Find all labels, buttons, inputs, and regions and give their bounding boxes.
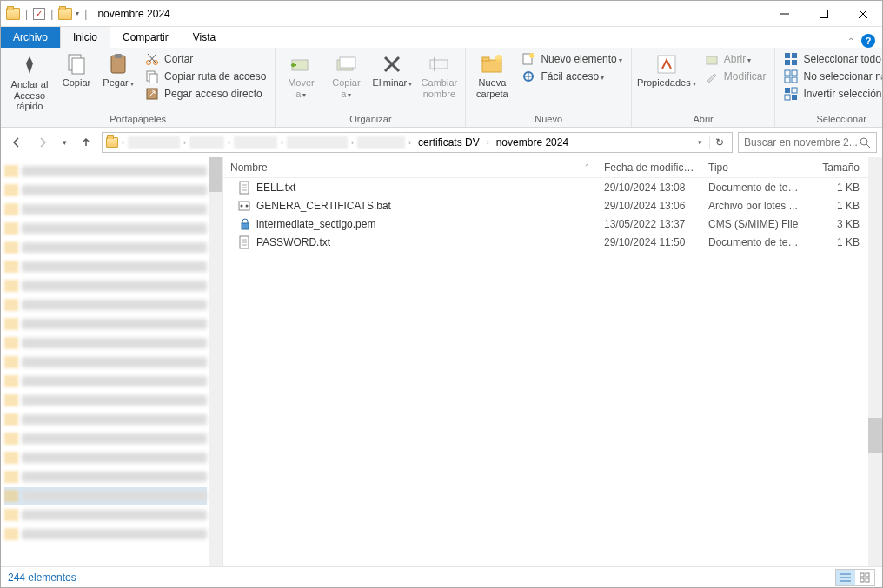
- paste-button[interactable]: Pegar: [100, 50, 136, 89]
- group-label: Nuevo: [471, 112, 625, 127]
- svg-rect-14: [149, 74, 157, 83]
- delete-button[interactable]: Eliminar: [371, 50, 413, 89]
- copy-button[interactable]: Copiar: [58, 50, 95, 89]
- breadcrumb-hidden[interactable]: [357, 136, 405, 149]
- svg-line-11: [149, 54, 156, 63]
- breadcrumb-hidden[interactable]: [128, 136, 180, 149]
- recent-dropdown[interactable]: ▾: [58, 132, 70, 153]
- column-headers: Nombre⌃ Fecha de modifica... Tipo Tamaño: [223, 157, 882, 178]
- item-count: 244 elementos: [8, 571, 76, 584]
- qat-dropdown-icon[interactable]: ▾: [76, 10, 79, 17]
- up-button[interactable]: [76, 132, 96, 153]
- search-placeholder: Buscar en novembre 2...: [744, 136, 858, 149]
- menu-bar: Archivo Inicio Compartir Vista ⌃ ?: [1, 27, 882, 48]
- col-date[interactable]: Fecha de modifica...: [597, 162, 701, 174]
- invert-selection-button[interactable]: Invertir selección: [780, 86, 883, 102]
- breadcrumb-hidden[interactable]: [234, 136, 277, 149]
- svg-rect-37: [785, 70, 790, 76]
- file-list: Nombre⌃ Fecha de modifica... Tipo Tamaño…: [223, 157, 882, 566]
- file-row[interactable]: PASSWORD.txt29/10/2024 11:50Documento de…: [223, 233, 866, 251]
- file-type: Archivo por lotes ...: [701, 200, 806, 212]
- file-size: 1 KB: [806, 182, 866, 194]
- sort-indicator: ⌃: [584, 163, 590, 171]
- collapse-ribbon-icon[interactable]: ⌃: [847, 36, 854, 46]
- files-scrollbar[interactable]: [868, 157, 882, 566]
- refresh-button[interactable]: ↻: [709, 136, 728, 149]
- tab-home[interactable]: Inicio: [60, 26, 110, 48]
- back-button[interactable]: [6, 132, 27, 153]
- edit-button[interactable]: Modificar: [701, 69, 770, 84]
- svg-rect-34: [792, 53, 797, 58]
- close-button[interactable]: [843, 2, 882, 26]
- svg-point-25: [495, 55, 502, 62]
- breadcrumb-segment[interactable]: novembre 2024: [493, 136, 572, 149]
- breadcrumb-hidden[interactable]: [189, 136, 224, 149]
- svg-point-45: [860, 138, 867, 145]
- view-toggle[interactable]: [835, 569, 875, 586]
- address-bar[interactable]: › › › › › › certificats DV› novembre 202…: [102, 132, 733, 153]
- maximize-button[interactable]: [804, 2, 843, 26]
- file-name: GENERA_CERTIFICATS.bat: [256, 200, 391, 212]
- details-view-icon[interactable]: [836, 570, 855, 585]
- svg-rect-8: [115, 54, 122, 58]
- file-date: 13/05/2022 13:37: [597, 218, 701, 230]
- ribbon: Anclar al Acceso rápido Copiar Pegar Cor…: [1, 48, 882, 128]
- svg-rect-63: [866, 573, 869, 577]
- group-open: Propiedades Abrir Modificar Abrir: [632, 48, 776, 127]
- col-size[interactable]: Tamaño: [806, 162, 866, 174]
- svg-rect-33: [785, 53, 790, 58]
- svg-rect-32: [707, 56, 717, 64]
- copy-path-button[interactable]: Copiar ruta de acceso: [142, 69, 269, 84]
- new-folder-button[interactable]: Nueva carpeta: [471, 50, 513, 99]
- properties-button[interactable]: Propiedades: [637, 50, 696, 89]
- cut-button[interactable]: Cortar: [142, 51, 269, 67]
- pin-button[interactable]: Anclar al Acceso rápido: [6, 50, 53, 112]
- search-input[interactable]: Buscar en novembre 2...: [738, 132, 877, 153]
- svg-rect-36: [792, 60, 797, 65]
- tab-file[interactable]: Archivo: [1, 27, 60, 48]
- file-name: EELL.txt: [256, 182, 295, 194]
- nav-tree[interactable]: [1, 157, 223, 566]
- help-icon[interactable]: ?: [861, 34, 875, 48]
- icons-view-icon[interactable]: [855, 570, 874, 585]
- col-name[interactable]: Nombre⌃: [223, 162, 597, 174]
- svg-line-12: [148, 54, 156, 63]
- file-name: PASSWORD.txt: [256, 236, 330, 248]
- file-size: 1 KB: [806, 200, 866, 212]
- col-type[interactable]: Tipo: [701, 162, 806, 174]
- file-date: 29/10/2024 13:06: [597, 200, 701, 212]
- paste-shortcut-button[interactable]: Pegar acceso directo: [142, 86, 269, 102]
- group-clipboard: Anclar al Acceso rápido Copiar Pegar Cor…: [1, 48, 276, 127]
- separator: |: [84, 8, 87, 20]
- open-button[interactable]: Abrir: [701, 51, 770, 67]
- breadcrumb-segment[interactable]: certificats DV: [415, 136, 483, 149]
- select-all-button[interactable]: Seleccionar todo: [780, 51, 883, 67]
- rename-button[interactable]: Cambiar nombre: [418, 50, 460, 99]
- file-row[interactable]: intermediate_sectigo.pem13/05/2022 13:37…: [223, 215, 866, 233]
- minimize-button[interactable]: [765, 2, 804, 26]
- svg-rect-44: [792, 95, 797, 100]
- file-size: 1 KB: [806, 236, 866, 248]
- easy-access-button[interactable]: Fácil acceso: [518, 69, 625, 84]
- file-row[interactable]: EELL.txt29/10/2024 13:08Documento de tex…: [223, 178, 866, 196]
- svg-rect-38: [792, 70, 797, 76]
- select-none-button[interactable]: No seleccionar nada: [780, 69, 883, 84]
- file-type: Documento de tex...: [701, 182, 806, 194]
- separator: |: [25, 8, 28, 20]
- new-item-button[interactable]: Nuevo elemento: [518, 51, 625, 67]
- title-bar: | ✓ | ▾ | novembre 2024: [1, 1, 882, 27]
- svg-rect-54: [242, 223, 249, 229]
- tab-share[interactable]: Compartir: [110, 27, 181, 48]
- group-select: Seleccionar todo No seleccionar nada Inv…: [775, 48, 883, 127]
- move-to-button[interactable]: Mover a: [281, 50, 321, 99]
- breadcrumb-hidden[interactable]: [287, 136, 348, 149]
- main-area: Nombre⌃ Fecha de modifica... Tipo Tamaño…: [1, 157, 882, 566]
- address-dropdown[interactable]: ▾: [694, 138, 706, 147]
- save-qat-icon[interactable]: ✓: [33, 8, 45, 20]
- file-row[interactable]: GENERA_CERTIFICATS.bat29/10/2024 13:06Ar…: [223, 196, 866, 215]
- tab-view[interactable]: Vista: [181, 27, 228, 48]
- forward-button[interactable]: [32, 132, 53, 153]
- group-label: Abrir: [637, 112, 770, 127]
- tree-scrollbar[interactable]: [209, 157, 222, 566]
- copy-to-button[interactable]: Copiar a: [326, 50, 366, 99]
